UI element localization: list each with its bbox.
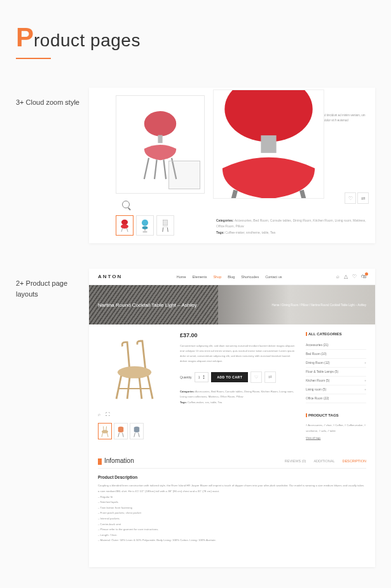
nav-elements[interactable]: Elements <box>193 275 207 279</box>
tags-list: # Accessories, # chair, # Coffee, # Coff… <box>306 422 366 434</box>
add-to-cart-button[interactable]: ADD TO CART <box>211 372 248 382</box>
nav-contact[interactable]: Contact us <box>265 275 282 279</box>
category-item[interactable]: Floor & Table Lamps (5) <box>306 368 366 377</box>
logo[interactable]: ANTON <box>98 274 122 279</box>
thumbnail-1[interactable] <box>116 215 134 236</box>
category-item[interactable]: Bed Room (10) <box>306 350 366 359</box>
svg-line-9 <box>301 190 312 199</box>
cart-icon[interactable]: 🛍 <box>361 274 366 279</box>
info-section-title: Infomation <box>98 457 134 464</box>
topbar: ANTON Home Elements Shop Blog Shortcodes… <box>89 269 375 285</box>
tab-additional[interactable]: ADDITIONAL <box>313 459 334 463</box>
compare-button[interactable]: ⇄ <box>264 371 276 383</box>
svg-line-19 <box>163 227 163 232</box>
hero-title: Nartina Round Cocktail Table Light – Ash… <box>98 302 197 308</box>
thumb2-3[interactable] <box>130 423 144 439</box>
thumb2-2[interactable] <box>114 423 128 439</box>
page-heading: Product pages <box>16 22 375 53</box>
expand-icon[interactable]: ⛶ <box>106 412 110 417</box>
category-item[interactable]: Accessories (21) <box>306 341 366 350</box>
svg-line-35 <box>139 433 140 438</box>
svg-line-12 <box>121 228 123 232</box>
product-image[interactable] <box>98 332 171 408</box>
chair-zoomed-icon <box>214 90 324 199</box>
category-item[interactable]: Kitchen Room (5)+ <box>306 377 366 385</box>
wishlist-icon[interactable]: ♡ <box>345 192 356 204</box>
zoom-lens <box>168 161 200 189</box>
svg-point-14 <box>142 220 148 226</box>
view-all-tags-link[interactable]: View all tags <box>306 436 366 439</box>
tab-reviews[interactable]: REVIEWS (0) <box>285 459 306 463</box>
svg-line-29 <box>107 433 108 438</box>
heading-initial: P <box>16 22 34 52</box>
svg-rect-7 <box>261 135 276 153</box>
svg-rect-18 <box>163 225 168 227</box>
nav-shortcodes[interactable]: Shortcodes <box>241 275 259 279</box>
thumb2-1[interactable] <box>98 423 112 439</box>
product-description-title: Product Description <box>98 475 366 479</box>
svg-line-23 <box>147 376 153 399</box>
quantity-stepper[interactable]: 1▲▼ <box>195 372 209 382</box>
compare-icon[interactable]: ⇄ <box>357 192 369 204</box>
heading-underline <box>16 58 51 59</box>
svg-point-11 <box>121 224 128 229</box>
layout-preview-card: ANTON Home Elements Shop Blog Shortcodes… <box>89 269 375 567</box>
svg-line-4 <box>154 159 157 179</box>
svg-line-34 <box>134 433 135 438</box>
search-icon[interactable] <box>122 201 130 208</box>
product-meta: Categories: Accessories, Bed Room, Conso… <box>216 218 367 236</box>
svg-rect-1 <box>158 135 162 143</box>
thumbnail-row <box>116 215 174 236</box>
product-meta-2: Categories: Accessories, Bed Room, Conso… <box>180 389 297 405</box>
nav-blog[interactable]: Blog <box>228 275 235 279</box>
categories-widget-title: ALL CATEGORIES <box>306 332 366 336</box>
thumbnail-3[interactable] <box>156 215 174 236</box>
user-icon[interactable]: △ <box>344 274 348 279</box>
wooden-chair-icon <box>104 337 165 404</box>
category-item[interactable]: Dining Room (12)+ <box>306 359 366 368</box>
zoom-enlarged-view <box>213 90 324 199</box>
tab-description[interactable]: DESCRIPTION <box>342 459 366 463</box>
svg-line-20 <box>167 227 168 232</box>
svg-line-28 <box>102 433 103 438</box>
product-main-image[interactable] <box>116 95 205 194</box>
svg-line-8 <box>224 190 235 199</box>
thumbnail-2[interactable] <box>136 215 154 236</box>
main-nav: Home Elements Shop Blog Shortcodes Conta… <box>177 275 282 279</box>
svg-point-10 <box>121 220 128 225</box>
category-item[interactable]: Office Room (22) <box>306 394 366 403</box>
heading-rest: roduct pages <box>34 30 141 50</box>
nav-shop[interactable]: Shop <box>213 275 221 279</box>
feature-label-layouts: 2+ Product page layouts <box>16 269 89 299</box>
svg-line-2 <box>144 157 149 178</box>
svg-rect-17 <box>163 220 168 225</box>
wishlist-button[interactable]: ♡ <box>250 371 262 383</box>
zoom-preview-card: d tincidunt ed minim veniam, um dolor si… <box>89 88 375 243</box>
svg-line-32 <box>118 433 120 438</box>
zoom-icon[interactable]: ⌕ <box>98 412 100 417</box>
svg-point-0 <box>144 110 176 136</box>
nav-home[interactable]: Home <box>177 275 186 279</box>
svg-line-33 <box>123 433 124 438</box>
svg-line-22 <box>116 376 121 399</box>
side-description: d tincidunt ed minim veniam, um dolor si… <box>324 113 367 123</box>
wishlist-top-icon[interactable]: ♡ <box>352 274 357 279</box>
search-top-icon[interactable]: ⌕ <box>336 274 340 279</box>
product-price: £37.00 <box>180 332 297 338</box>
svg-point-21 <box>118 366 151 378</box>
breadcrumb: Home / Dining Room / Pillow / Nartina Ro… <box>272 304 367 307</box>
tags-widget-title: PRODUCT TAGS <box>306 413 366 417</box>
product-description: Consectetuer adipiscing elit, sed diam n… <box>180 344 297 364</box>
svg-line-13 <box>127 228 128 232</box>
hero-banner: Nartina Round Cocktail Table Light – Ash… <box>89 285 375 324</box>
category-item[interactable]: Living room (5)+ <box>306 385 366 394</box>
feature-label-zoom: 3+ Cloud zoom style <box>16 88 89 108</box>
product-description-body: Coupling a blended linen construction wi… <box>98 483 366 544</box>
svg-line-5 <box>163 159 166 179</box>
quantity-label: Quantity <box>180 375 192 379</box>
svg-point-6 <box>224 90 312 142</box>
